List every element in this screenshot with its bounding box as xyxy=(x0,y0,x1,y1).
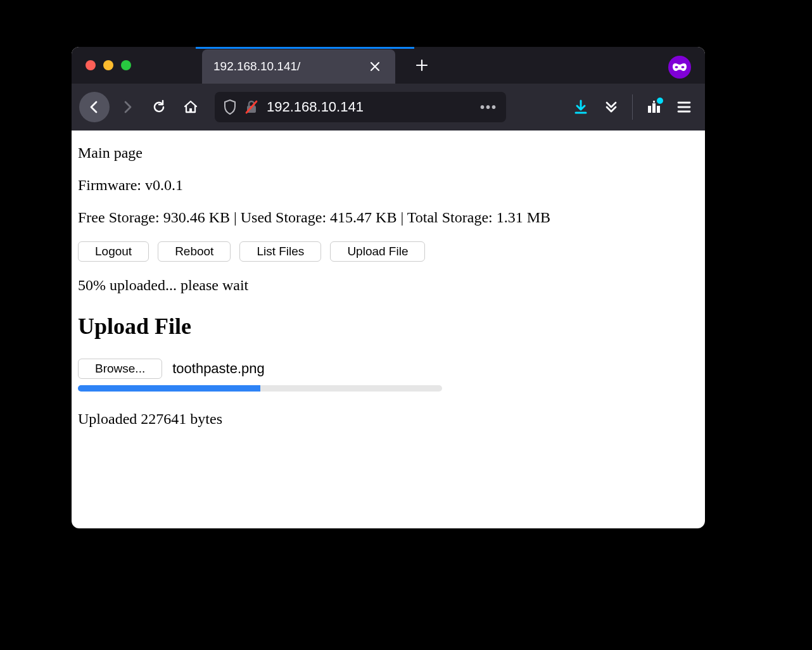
url-text: 192.168.10.141 xyxy=(267,99,471,115)
svg-rect-2 xyxy=(189,108,192,112)
action-button-row: Logout Reboot List Files Upload File xyxy=(78,241,699,262)
insecure-connection-icon[interactable] xyxy=(245,100,258,114)
back-button[interactable] xyxy=(79,92,110,122)
svg-point-1 xyxy=(682,66,685,68)
page-actions-button[interactable]: ••• xyxy=(480,100,497,115)
upload-progress-bar xyxy=(78,385,442,392)
page-title: Main page xyxy=(78,144,699,162)
svg-rect-9 xyxy=(653,101,655,103)
tab-bar: 192.168.10.141/ xyxy=(72,47,705,84)
notification-dot-icon xyxy=(657,98,663,104)
extensions-button[interactable] xyxy=(640,94,667,120)
uploaded-bytes-line: Uploaded 227641 bytes xyxy=(78,411,699,428)
reboot-button[interactable]: Reboot xyxy=(158,241,231,262)
private-browsing-icon xyxy=(668,56,691,79)
logout-button[interactable]: Logout xyxy=(78,241,149,262)
svg-rect-7 xyxy=(652,103,656,113)
page-content: Main page Firmware: v0.0.1 Free Storage:… xyxy=(72,131,705,452)
browser-window: 192.168.10.141/ xyxy=(72,47,705,528)
tab-title: 192.168.10.141/ xyxy=(213,60,353,73)
window-controls xyxy=(86,60,131,70)
file-picker-row: Browse... toothpaste.png xyxy=(78,359,699,379)
shield-icon[interactable] xyxy=(224,99,236,115)
forward-button[interactable] xyxy=(113,93,141,121)
minimize-window-button[interactable] xyxy=(103,60,113,70)
upload-file-button[interactable]: Upload File xyxy=(330,241,425,262)
menu-button[interactable] xyxy=(671,94,697,120)
svg-rect-8 xyxy=(657,106,660,113)
close-window-button[interactable] xyxy=(86,60,96,70)
svg-point-0 xyxy=(675,66,678,68)
new-tab-button[interactable] xyxy=(413,56,431,74)
browse-button[interactable]: Browse... xyxy=(78,359,162,379)
maximize-window-button[interactable] xyxy=(121,60,131,70)
reload-button[interactable] xyxy=(145,93,173,121)
svg-rect-6 xyxy=(648,106,651,113)
firmware-line: Firmware: v0.0.1 xyxy=(78,177,699,194)
upload-status: 50% uploaded... please wait xyxy=(78,277,699,294)
toolbar-divider xyxy=(632,94,633,120)
home-button[interactable] xyxy=(177,93,205,121)
tab-loading-indicator xyxy=(196,47,414,49)
upload-progress-fill xyxy=(78,385,260,392)
storage-line: Free Storage: 930.46 KB | Used Storage: … xyxy=(78,209,699,226)
close-tab-button[interactable] xyxy=(366,58,384,75)
selected-file-name: toothpaste.png xyxy=(172,360,265,377)
upload-heading: Upload File xyxy=(78,313,699,340)
overflow-button[interactable] xyxy=(598,94,625,120)
browser-toolbar: 192.168.10.141 ••• xyxy=(72,84,705,131)
list-files-button[interactable]: List Files xyxy=(239,241,321,262)
browser-tab[interactable]: 192.168.10.141/ xyxy=(202,49,395,84)
downloads-button[interactable] xyxy=(568,94,594,120)
address-bar[interactable]: 192.168.10.141 ••• xyxy=(215,92,506,122)
